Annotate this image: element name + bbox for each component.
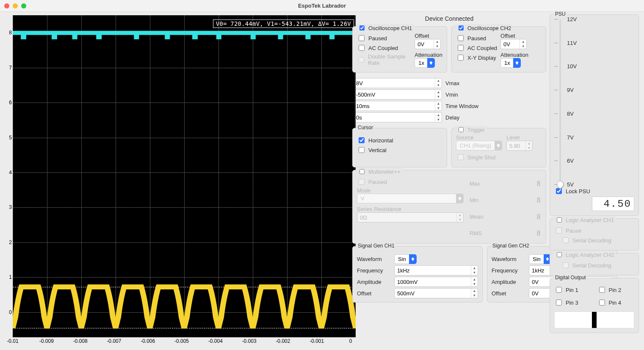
multimeter-mode: V <box>357 194 464 203</box>
osc-ch2-xy[interactable]: X-Y Display <box>456 53 497 62</box>
osc-ch2-offset[interactable]: ▲▼ <box>500 39 527 49</box>
multimeter-enable[interactable]: Multimeter++ <box>356 168 402 175</box>
digital-pin-4[interactable]: Pin 4 <box>597 298 635 307</box>
la-ch1-pause: Pause <box>554 226 634 235</box>
sg1-waveform[interactable]: Sin <box>394 254 417 264</box>
trigger-single: Single Shot <box>456 153 502 161</box>
delay-label: Delay <box>445 114 459 121</box>
window-title: EspoTek Labrador <box>0 3 644 9</box>
sg1-freq[interactable]: ▲▼ <box>394 265 478 275</box>
osc-ch1-ac[interactable]: AC Coupled <box>357 44 411 52</box>
trace-ch2 <box>13 33 356 37</box>
trigger-enable[interactable]: Trigger <box>455 126 486 133</box>
zoom-icon[interactable] <box>21 3 26 8</box>
cursor-vertical[interactable]: Vertical <box>357 146 442 154</box>
multimeter-series-r: ▲▼ <box>357 212 464 222</box>
mm-rms-readout: 8 <box>536 229 542 237</box>
trigger-level: ▲▼ <box>506 141 533 151</box>
titlebar: EspoTek Labrador <box>0 0 644 12</box>
sg1-amp[interactable]: ▲▼ <box>394 277 478 287</box>
digital-output-group: Digital Output Pin 1 Pin 2 Pin 3 Pin 4 <box>550 278 639 333</box>
osc-ch1-atten-label: Attenuation <box>415 52 442 58</box>
osc-ch2-atten[interactable]: 1x <box>500 58 521 68</box>
vmax-label: Vmax <box>445 80 459 86</box>
psu-slider[interactable]: 12V 11V 10V 9V 8V 7V 6V 5V <box>554 19 634 184</box>
vmin-label: Vmin <box>445 92 458 98</box>
osc-ch2-group: Oscilloscope CH2 Paused AC Coupled X-Y D… <box>451 26 546 72</box>
x-axis: -0.01-0.009-0.008 -0.007-0.006-0.005 -0.… <box>13 337 351 345</box>
digital-pin-2[interactable]: Pin 2 <box>597 286 635 294</box>
osc-ch1-dsr: Double Sample Rate <box>357 53 411 66</box>
digital-output-preview <box>554 311 634 328</box>
psu-lock[interactable]: Lock PSU <box>554 187 634 195</box>
multimeter-paused: Paused <box>357 178 464 186</box>
osc-ch1-offset-label: Offset <box>415 33 442 39</box>
device-status: Device Connected <box>352 14 546 24</box>
osc-ch2-paused[interactable]: Paused <box>456 34 497 42</box>
psu-group: PSU 12V 11V 10V 9V 8 <box>550 14 639 216</box>
siggen-ch1-group: Signal Gen CH1 WaveformSin Frequency▲▼ A… <box>352 246 483 303</box>
la-ch1-enable[interactable]: Logic Analyzer CH1 <box>553 216 616 224</box>
mm-max-readout: 8 <box>536 180 542 188</box>
vmin-input[interactable]: ▲▼ <box>353 89 442 100</box>
osc-ch2-ac[interactable]: AC Coupled <box>456 44 497 52</box>
la-ch1-serial: Serial Decoding <box>561 236 634 244</box>
mm-min-readout: 8 <box>536 196 542 204</box>
osc-ch1-atten[interactable]: 1x <box>415 58 435 68</box>
trigger-source: CH1 (Rising) <box>456 141 502 150</box>
timewindow-label: Time Window <box>445 103 478 109</box>
trigger-group: Trigger Source CH1 (Rising) Single Shot … <box>451 128 546 167</box>
osc-ch2-enable[interactable]: Oscilloscope CH2 <box>455 24 513 32</box>
sg2-waveform[interactable]: Sin <box>529 254 551 264</box>
osc-ch1-paused[interactable]: Paused <box>357 34 411 42</box>
oscilloscope-display[interactable]: V0= 720.44mV, V1=-543.21mV, ΔV= 1.26V <box>13 15 356 337</box>
cursor-readout: V0= 720.44mV, V1=-543.21mV, ΔV= 1.26V <box>213 19 354 28</box>
cursor-horizontal[interactable]: Horizontal <box>357 136 442 144</box>
la-ch2-serial: Serial Decoding <box>561 261 634 269</box>
mm-mean-readout: 8 <box>536 213 542 221</box>
delay-input[interactable]: ▲▼ <box>353 112 442 122</box>
sg1-offset[interactable]: ▲▼ <box>394 288 478 298</box>
osc-ch2-offset-label: Offset <box>500 33 528 39</box>
digital-pin-3[interactable]: Pin 3 <box>554 298 591 307</box>
osc-ch1-group: Oscilloscope CH1 Paused AC Coupled Doubl… <box>352 26 447 72</box>
timewindow-input[interactable]: ▲▼ <box>353 101 442 111</box>
osc-ch2-atten-label: Attenuation <box>500 52 528 58</box>
la-ch2-group: Logic Analyzer CH2 Serial Decoding <box>550 253 639 275</box>
osc-ch1-enable[interactable]: Oscilloscope CH1 <box>356 24 414 32</box>
multimeter-group: Multimeter++ Paused Mode V Series Resist… <box>352 170 546 244</box>
y-axis: 876 543 210 <box>5 15 13 330</box>
trace-ch1 <box>13 287 356 328</box>
window-controls <box>0 3 26 8</box>
cursor-group: Cursor Horizontal Vertical <box>352 128 447 167</box>
minimize-icon[interactable] <box>13 3 18 8</box>
la-ch1-group: Logic Analyzer CH1 Pause Serial Decoding <box>550 218 639 250</box>
osc-ch1-offset[interactable]: ▲▼ <box>415 39 441 49</box>
digital-pin-1[interactable]: Pin 1 <box>554 286 591 294</box>
cursor-title: Cursor <box>356 125 375 131</box>
psu-readout: 4.50 <box>592 197 634 211</box>
close-icon[interactable] <box>4 3 9 8</box>
la-ch2-enable[interactable]: Logic Analyzer CH2 <box>553 251 616 258</box>
vmax-input[interactable]: ▲▼ <box>353 78 442 88</box>
